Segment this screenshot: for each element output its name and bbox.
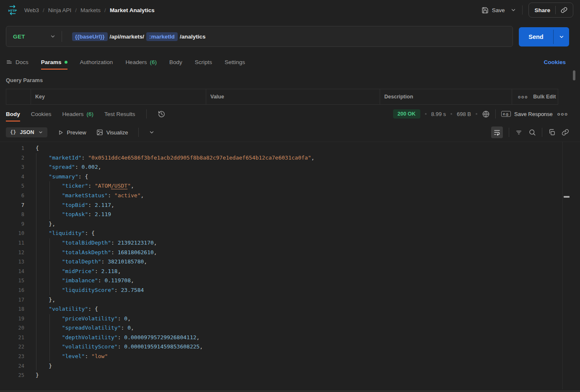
status-badge[interactable]: 200 OK (393, 109, 420, 119)
response-body-viewer[interactable]: 1{2 "marketId": "0x0511ddc4e6586f3bfe1ac… (0, 142, 580, 389)
code-token: : (88, 202, 95, 208)
code-line[interactable]: 19 "priceVolatility": 0, (0, 314, 580, 324)
code-token: : (85, 353, 91, 359)
path-variable-chip[interactable]: :marketId (146, 32, 178, 41)
indent-guide (36, 238, 36, 248)
save-response-button[interactable]: e.g. Save Response (501, 111, 553, 117)
code-line[interactable]: 5 "ticker": "ATOM/USDT", (0, 181, 580, 191)
response-tab-cookies[interactable]: Cookies (31, 106, 52, 122)
cookies-link[interactable]: Cookies (544, 54, 566, 70)
tab-body[interactable]: Body (169, 54, 182, 70)
breadcrumb-item[interactable]: Markets (80, 7, 101, 13)
code-token: "totalDepth" (62, 258, 101, 265)
search-icon[interactable] (528, 129, 536, 136)
more-actions-icon[interactable]: ooo (557, 111, 568, 116)
network-globe-icon[interactable] (482, 110, 490, 118)
code-line[interactable]: 16 "liquidityScore": 23.7584 (0, 286, 580, 295)
share-button[interactable]: Share (528, 3, 573, 18)
code-line[interactable]: 18 "volatility": { (0, 304, 580, 314)
code-line[interactable]: 24 } (0, 361, 580, 371)
tab-docs[interactable]: Docs (6, 54, 28, 70)
send-button[interactable]: Send (519, 27, 553, 46)
response-tab-body[interactable]: Body (6, 106, 20, 122)
code-token: "liquidityScore" (62, 287, 114, 293)
code-line[interactable]: 9 }, (0, 219, 580, 229)
tab-settings[interactable]: Settings (225, 54, 245, 70)
code-line[interactable]: 8 "topAsk": 2.119 (0, 210, 580, 219)
code-line[interactable]: 21 "depthVolatility": 0.0000979572992680… (0, 333, 580, 343)
tab-label: Test Results (104, 111, 135, 117)
code-token: 21392123170 (118, 240, 154, 246)
link-icon[interactable] (562, 129, 569, 136)
line-number: 21 (0, 333, 24, 343)
code-line[interactable]: 1{ (0, 144, 580, 153)
tab-headers[interactable]: Headers (6) (125, 54, 157, 70)
base-url-variable-chip[interactable]: {{baseUrl}} (72, 32, 108, 41)
response-tab-test-results[interactable]: Test Results (104, 106, 135, 122)
code-line[interactable]: 2 "marketId": "0x0511ddc4e6586f3bfe1acb2… (0, 153, 580, 163)
code-token: 0.000019591459853608225 (124, 343, 199, 350)
code-line[interactable]: 17 }, (0, 295, 580, 305)
visualize-button[interactable]: Visualize (96, 129, 128, 136)
save-button[interactable]: Save (482, 7, 505, 14)
code-line[interactable]: 22 "volatilityScore": 0.0000195914598536… (0, 342, 580, 352)
code-line[interactable]: 20 "spreadVolatility": 0, (0, 323, 580, 333)
code-line-content: } (36, 371, 39, 380)
code-line[interactable]: 14 "midPrice": 2.118, (0, 267, 580, 276)
viewer-options-chevron[interactable] (149, 129, 155, 135)
column-header-key[interactable]: Key (31, 89, 206, 104)
copy-icon[interactable] (548, 129, 556, 136)
indent-guide (36, 191, 36, 201)
format-selector[interactable]: {} JSON (6, 127, 47, 137)
code-token: 0.00009795729926804112 (124, 334, 196, 340)
code-line[interactable]: 12 "totalAskDepth": 16818062610, (0, 248, 580, 258)
response-time[interactable]: 8.99 s (431, 111, 446, 117)
copy-link-icon[interactable] (561, 7, 567, 13)
filter-icon[interactable] (515, 129, 523, 136)
tab-params[interactable]: Params (41, 54, 67, 70)
indent-guide (36, 295, 36, 305)
code-line[interactable]: 25} (0, 371, 580, 380)
wrap-text-button[interactable] (491, 126, 503, 138)
indent-guide (49, 286, 50, 295)
code-line[interactable]: 15 "imbalance": 0.119708, (0, 276, 580, 286)
tab-scripts[interactable]: Scripts (195, 54, 212, 70)
response-headers-count-badge: (6) (87, 111, 94, 117)
url-input[interactable]: {{baseUrl}} /api/markets/ :marketId /ana… (72, 32, 205, 41)
response-tab-headers[interactable]: Headers (6) (62, 106, 94, 122)
breadcrumb-item[interactable]: Web3 (24, 7, 39, 13)
send-options-button[interactable] (554, 27, 569, 46)
code-token (36, 287, 62, 293)
code-line-content: "totalBidDepth": 21392123170, (36, 238, 157, 248)
code-line[interactable]: 6 "marketStatus": "active", (0, 191, 580, 201)
code-line[interactable]: 3 "spread": 0.002, (0, 162, 580, 172)
bulk-edit-button[interactable]: Bulk Edit (533, 94, 556, 100)
code-line[interactable]: 13 "totalDepth": 38210185780, (0, 257, 580, 267)
line-number: 5 (0, 181, 24, 191)
code-line-content: "spreadVolatility": 0, (36, 323, 134, 333)
code-token: "midPrice" (62, 268, 95, 274)
column-header-value[interactable]: Value (206, 89, 380, 104)
tab-label: Body (6, 111, 20, 117)
select-all-column[interactable] (6, 89, 31, 104)
code-line[interactable]: 11 "totalBidDepth": 21392123170, (0, 238, 580, 248)
play-icon (57, 129, 64, 136)
scroll-position-marker[interactable] (564, 196, 570, 198)
save-options-button[interactable] (510, 7, 516, 13)
response-history-icon[interactable] (158, 110, 166, 118)
line-number: 15 (0, 276, 24, 286)
code-line-content: } (36, 361, 52, 371)
code-line[interactable]: 7 "topBid": 2.117, (0, 201, 580, 210)
window-scrollbar-thumb[interactable] (573, 70, 575, 80)
code-token (36, 334, 62, 340)
method-selector[interactable]: GET (6, 34, 62, 40)
column-header-description[interactable]: Description (380, 89, 512, 104)
tab-authorization[interactable]: Authorization (80, 54, 113, 70)
code-line[interactable]: 10 "liquidity": { (0, 229, 580, 238)
code-line[interactable]: 23 "level": "low" (0, 352, 580, 361)
breadcrumb-item[interactable]: Ninja API (48, 7, 72, 13)
more-actions-icon[interactable]: ooo (518, 95, 528, 99)
response-size[interactable]: 698 B (457, 111, 471, 117)
preview-button[interactable]: Preview (57, 129, 86, 136)
code-line[interactable]: 4 "summary": { (0, 172, 580, 182)
